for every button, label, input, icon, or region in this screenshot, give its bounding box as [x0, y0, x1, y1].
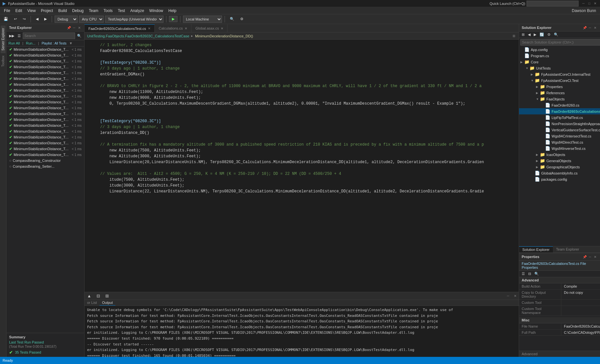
test-item[interactable]: ✔MinimumStabilizationDistance_Tabl...< 1… — [7, 123, 84, 128]
test-item[interactable]: ○CompassBearing_Setter... — [7, 163, 84, 169]
test-item[interactable]: ✔MinimumStabilizationDistance_Tabl...< 1… — [7, 117, 84, 123]
tree-item[interactable]: 📄Wgs84CrIntersectTest.cs — [519, 133, 600, 139]
test-item[interactable]: ○CompassBearing_Constructor — [7, 158, 84, 163]
toolbar-settings-btn[interactable]: ⚙ — [238, 16, 246, 22]
tree-item[interactable]: 📄NonPrecisionStraightInApproachTest — [519, 121, 600, 127]
test-item[interactable]: ✔MinimumStabilizationDistance_Tabl...< 1… — [7, 134, 84, 140]
test-item[interactable]: ✔MinimumStabilizationDistance_Tabl...< 1… — [7, 99, 84, 105]
search-input[interactable] — [23, 32, 75, 39]
menu-team[interactable]: Team — [86, 8, 101, 14]
dropdown-arrow[interactable]: ▼ — [69, 41, 72, 45]
close-button[interactable]: ✕ — [593, 1, 597, 6]
tree-item[interactable]: ▼📁UnitTests — [519, 65, 600, 71]
se-pin-btn[interactable]: 📌 — [582, 25, 587, 30]
tree-item[interactable]: 📄VerticalGuidanceSurfaceTest.cs — [519, 127, 600, 133]
props-value[interactable] — [561, 300, 600, 306]
props-value[interactable] — [561, 306, 600, 316]
se-btn1[interactable]: ⊞ — [520, 32, 526, 37]
tree-item[interactable]: ▼📁FaaObjects — [519, 96, 600, 102]
server-explorer-tab[interactable]: Server Explorer — [1, 25, 6, 53]
tab-close-btn[interactable]: ✕ — [185, 27, 187, 30]
test-item[interactable]: ✔MinimumStabilizationDistance_Tabl...< 1… — [7, 128, 84, 134]
se-minimize-btn[interactable]: ─ — [588, 25, 592, 30]
output-tab-output[interactable]: Output — [99, 300, 115, 306]
output-tab-error-list[interactable]: or List — [85, 300, 99, 306]
test-item[interactable]: ✔MinimumStabilizationDistance_Tab...< 1 … — [7, 52, 84, 58]
tree-item[interactable]: ▶📁References — [519, 90, 600, 96]
te-pin-btn[interactable]: 📌 — [67, 25, 71, 30]
tree-item[interactable]: 📄Wgs84DirectTest.cs — [519, 139, 600, 145]
tree-item[interactable]: ▶📁IcaoObjects — [519, 151, 600, 158]
toolbox-tab[interactable]: Toolbox — [1, 53, 6, 69]
tree-item[interactable]: ▶📁Core — [519, 59, 600, 65]
tree-item[interactable]: ▶📁FpAssistantCoreCl.InternalTest — [519, 71, 600, 77]
tree-item[interactable]: ▼📁FpAssistantCoreCl.Test — [519, 77, 600, 84]
props-value[interactable]: Do not copy — [561, 290, 600, 299]
run-link[interactable]: Run... — [26, 41, 35, 45]
menu-debug[interactable]: Debug — [70, 8, 86, 14]
app-select[interactable]: TestUwpApp (Universal Windows) — [105, 16, 163, 23]
test-item[interactable]: ✔MinimumStabilizationDistance_Tabl...< 1… — [7, 111, 84, 117]
test-item[interactable]: ✔MinimumStabilizationDistance_Tab...< 1 … — [7, 58, 84, 64]
props-btn3[interactable]: 🔍 — [533, 271, 540, 276]
run-all-link[interactable]: Run All — [8, 41, 20, 45]
maximize-button[interactable]: □ — [587, 1, 592, 6]
te-filter-btn[interactable]: ☰ — [16, 33, 22, 38]
test-item[interactable]: ✔MinimumStabilizationDistance_Tab...< 1 … — [7, 46, 84, 52]
menu-view[interactable]: View — [25, 8, 38, 14]
menu-tools[interactable]: Tools — [101, 8, 115, 14]
code-expand-btn[interactable]: ⊞ — [512, 34, 516, 38]
menu-analyze[interactable]: Analyze — [128, 8, 147, 14]
se-btn6[interactable]: 🔍 — [553, 32, 560, 37]
test-item[interactable]: ✔MinimumStabilizationDistance_Tabl...< 1… — [7, 152, 84, 158]
cpu-select[interactable]: Any CPU — [79, 16, 104, 23]
tree-item[interactable]: ▶📁GeographicalObjects — [519, 164, 600, 170]
tree-item[interactable]: 📄LtpFtpToPfafTest.cs — [519, 114, 600, 121]
test-item[interactable]: ✔MinimumStabilizationDistance_Tabl...< 1… — [7, 93, 84, 99]
output-toolbar-btn2[interactable]: ⊟ — [95, 293, 101, 299]
toolbar-back-btn[interactable]: ◀ — [33, 16, 41, 22]
se-search-input[interactable] — [520, 39, 600, 46]
run-button[interactable]: ▶ — [169, 16, 177, 22]
tree-item[interactable]: ▶📁Properties — [519, 84, 600, 90]
test-item[interactable]: ✔MinimumStabilizationDistance_Tab...< 1 … — [7, 70, 84, 76]
te-close-btn[interactable]: ✕ — [77, 25, 82, 30]
tree-item[interactable]: ▶📁GeneralObjects — [519, 158, 600, 164]
menu-test[interactable]: Test — [115, 8, 128, 14]
test-item[interactable]: ✔MinimumStabilizationDistance_Tab...< 1 … — [7, 76, 84, 82]
menu-file[interactable]: File — [1, 8, 13, 14]
te-run-all-icon-btn[interactable]: ▶▶ — [8, 33, 16, 38]
machine-select[interactable]: Local Machine — [183, 16, 222, 23]
props-btn1[interactable]: ☰ — [520, 271, 526, 276]
test-item[interactable]: ✔MinimumStabilizationDistance_Tabl...< 1… — [7, 105, 84, 111]
props-btn2[interactable]: ⊟ — [527, 271, 532, 276]
editor-tab-0[interactable]: FaaOrder82603cCalculationsTest.cs✕ — [85, 24, 155, 32]
props-value[interactable]: Compile — [561, 283, 600, 289]
tree-item[interactable]: 📄FaaOrder82603cCalculationsTest.cs — [519, 108, 600, 114]
tree-item[interactable]: 📄FaaOrder8260.cs — [519, 102, 600, 108]
editor-tab-1[interactable]: Calculations.cs✕ — [155, 24, 191, 32]
props-pin-btn[interactable]: 📌 — [582, 254, 587, 259]
output-content[interactable]: Unable to locate debug symbols for 'C:\C… — [85, 306, 519, 357]
te-search-btn[interactable]: 🔍 — [76, 33, 83, 38]
menu-edit[interactable]: Edit — [13, 8, 25, 14]
props-minimize-btn[interactable]: ─ — [588, 254, 592, 259]
toolbar-forward-btn[interactable]: ▶ — [42, 16, 49, 22]
se-btn5[interactable]: ⚙ — [546, 32, 552, 37]
output-close-btn[interactable]: ✕ — [513, 294, 517, 298]
output-toolbar-btn1[interactable]: ▲ — [86, 293, 93, 299]
tree-item[interactable]: 📄packages.config — [519, 176, 600, 182]
toolbar-search-btn[interactable]: 🔍 — [228, 16, 237, 22]
se-btn3[interactable]: ▶ — [532, 32, 538, 37]
se-tab-team[interactable]: Team Explorer — [553, 246, 582, 253]
se-btn2[interactable]: ◀ — [527, 32, 532, 37]
tree-item[interactable]: 📄Wgs84InverseTest.cs — [519, 145, 600, 151]
test-item[interactable]: ✔MinimumStabilizationDistance_Tab...< 1 … — [7, 64, 84, 70]
toolbar-redo-btn[interactable]: ↪ — [20, 16, 28, 22]
tab-close-btn[interactable]: ✕ — [221, 27, 223, 30]
output-toolbar-btn3[interactable]: ⊞ — [104, 293, 110, 299]
debug-config-select[interactable]: Debug Release — [55, 16, 78, 23]
toolbar-undo-btn[interactable]: ↩ — [12, 16, 19, 22]
tree-item[interactable]: 📄App.config — [519, 46, 600, 53]
tree-item[interactable]: 📄Program.cs — [519, 53, 600, 59]
